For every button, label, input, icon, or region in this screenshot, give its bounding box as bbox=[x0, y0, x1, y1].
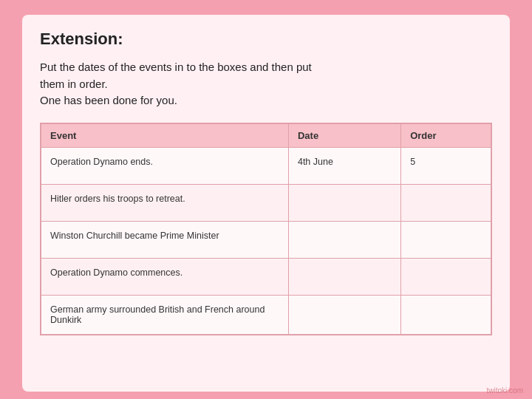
events-table: Event Date Order Operation Dynamo ends.4… bbox=[41, 123, 491, 335]
cell-date-3 bbox=[288, 258, 400, 295]
cell-date-0: 4th June bbox=[288, 147, 400, 184]
table-row: Winston Churchill became Prime Minister bbox=[41, 221, 491, 258]
table-row: Hitler orders his troops to retreat. bbox=[41, 184, 491, 221]
cell-order-3 bbox=[401, 258, 491, 295]
card: Extension: Put the dates of the events i… bbox=[22, 15, 510, 392]
table-row: Operation Dynamo ends.4th June5 bbox=[41, 147, 491, 184]
header-date: Date bbox=[288, 123, 400, 147]
cell-order-1 bbox=[401, 184, 491, 221]
cell-event-1: Hitler orders his troops to retreat. bbox=[41, 184, 289, 221]
table-row: Operation Dynamo commences. bbox=[41, 258, 491, 295]
instructions-line1: Put the dates of the events in to the bo… bbox=[40, 61, 312, 73]
events-table-container: Event Date Order Operation Dynamo ends.4… bbox=[40, 123, 492, 335]
cell-date-1 bbox=[288, 184, 400, 221]
cell-event-3: Operation Dynamo commences. bbox=[41, 258, 289, 295]
cell-order-0: 5 bbox=[401, 147, 491, 184]
instructions-line2: them in order. bbox=[40, 78, 108, 90]
instructions-text: Put the dates of the events in to the bo… bbox=[40, 59, 492, 109]
table-header-row: Event Date Order bbox=[41, 123, 491, 147]
watermark: twitoki.com bbox=[487, 386, 523, 395]
table-row: German army surrounded British and Frenc… bbox=[41, 295, 491, 334]
cell-event-2: Winston Churchill became Prime Minister bbox=[41, 221, 289, 258]
cell-order-4 bbox=[401, 295, 491, 334]
page-container: Extension: Put the dates of the events i… bbox=[0, 0, 532, 399]
cell-date-4 bbox=[288, 295, 400, 334]
cell-date-2 bbox=[288, 221, 400, 258]
page-title: Extension: bbox=[40, 30, 492, 49]
cell-event-4: German army surrounded British and Frenc… bbox=[41, 295, 289, 334]
instructions-line3: One has been done for you. bbox=[40, 94, 177, 106]
header-order: Order bbox=[401, 123, 491, 147]
cell-order-2 bbox=[401, 221, 491, 258]
header-event: Event bbox=[41, 123, 289, 147]
cell-event-0: Operation Dynamo ends. bbox=[41, 147, 289, 184]
